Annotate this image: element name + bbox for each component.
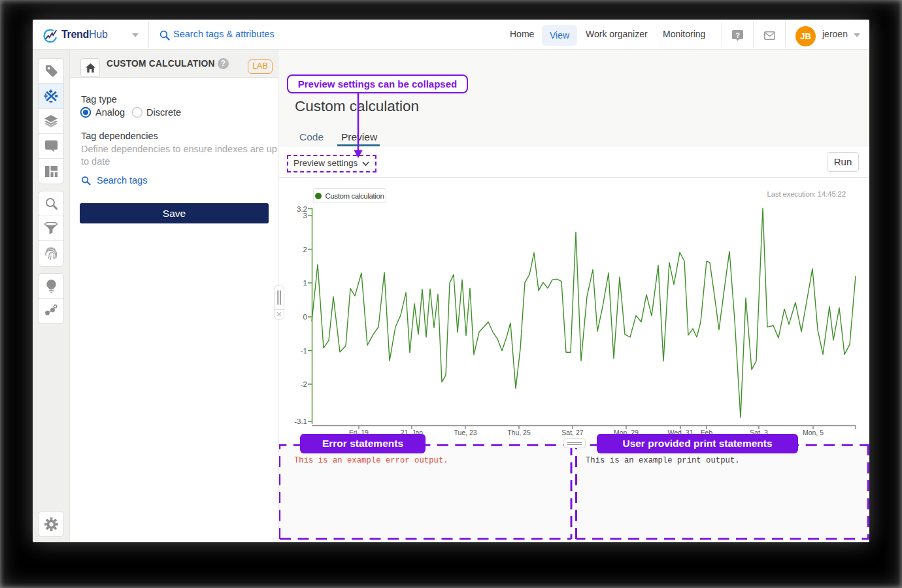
svg-text:3: 3 bbox=[303, 212, 307, 220]
svg-text:-2: -2 bbox=[301, 380, 307, 388]
svg-text:-1: -1 bbox=[301, 347, 307, 355]
svg-text:?: ? bbox=[735, 31, 740, 39]
svg-text:2: 2 bbox=[303, 246, 307, 253]
svg-text:-3.1: -3.1 bbox=[294, 417, 307, 425]
svg-text:Sat, 27: Sat, 27 bbox=[561, 429, 583, 436]
svg-text:Thu, 25: Thu, 25 bbox=[507, 429, 531, 436]
svg-text:Mon, 5: Mon, 5 bbox=[803, 429, 824, 436]
svg-text:1: 1 bbox=[303, 279, 307, 287]
svg-text:Tue, 23: Tue, 23 bbox=[454, 429, 476, 436]
svg-text:0: 0 bbox=[303, 313, 307, 321]
svg-text:3.2: 3.2 bbox=[297, 205, 307, 213]
